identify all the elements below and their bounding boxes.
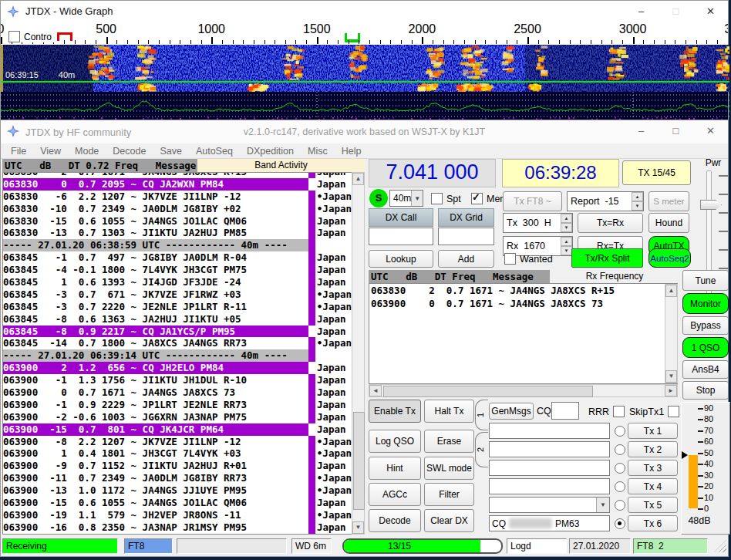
menu-decode[interactable]: Decode xyxy=(106,143,153,159)
decode-button[interactable]: Decode xyxy=(369,509,421,532)
scroll-down-icon[interactable]: ▼ xyxy=(352,521,364,534)
resize-grip[interactable] xyxy=(714,540,726,552)
scroll-left-icon[interactable]: ◄ xyxy=(369,385,382,396)
tx5-radio[interactable] xyxy=(615,500,625,511)
spinner-arrows[interactable]: ▲▼ xyxy=(632,192,643,211)
decode-row[interactable]: 063845 -3 0.7 2220 ~ JE2NLE JP1LRT R-11J… xyxy=(3,301,352,313)
decode-row[interactable]: 063900 -1 0.9 2229 ~ JP1LRT JE2NLE RR73J… xyxy=(3,399,352,411)
decode-separator-row[interactable]: ----- 27.01.20 06:39:14 UTC ------------… xyxy=(3,349,352,362)
decode-row[interactable]: 063845 -4 -0.1 1800 ~ 7L4VYK JH3CGT PM75… xyxy=(3,264,352,276)
filter-button[interactable]: Filter xyxy=(424,483,474,506)
controls-checkbox[interactable]: Contro xyxy=(8,31,55,42)
decode-row[interactable]: 063900 1 0.4 1801 ~ JH3CGT 7L4VYK +03Jap… xyxy=(3,447,352,460)
lookup-button[interactable]: Lookup xyxy=(369,250,433,268)
tab-rx-frequency[interactable]: Rx Frequency xyxy=(550,270,679,283)
hint-button[interactable]: Hint xyxy=(369,457,421,480)
tx1-message-field[interactable] xyxy=(489,423,610,439)
tx6-button[interactable]: Tx 6 xyxy=(628,515,678,531)
decode-row[interactable]: 063830 -13 0.7 1303 ~ JI1KTU JA2HUJ PM85… xyxy=(3,227,352,239)
waterfall-display[interactable]: 06:39:15 40m xyxy=(1,45,728,92)
decode-row[interactable]: 063900 -2 -0.6 1003 ~ JG6XRN JA3NAP PM75… xyxy=(3,411,352,423)
decode-row[interactable]: 063900 -1 1.3 1756 ~ JI1KTU JH1DUL R-10J… xyxy=(3,374,352,386)
tx4-button[interactable]: Tx 4 xyxy=(628,478,678,494)
tx2-message-field[interactable] xyxy=(489,441,610,457)
maximize-icon[interactable]: □ xyxy=(659,120,693,142)
decode-row[interactable]: 063900 -13 1.0 1172 ~ JA4NGS JJ1UYE PM95… xyxy=(3,484,352,497)
stop-button[interactable]: Stop xyxy=(682,381,729,400)
halt-tx-button[interactable]: Halt Tx xyxy=(424,400,474,423)
dx-grid-input[interactable] xyxy=(438,228,494,245)
erase-button[interactable]: Erase xyxy=(424,430,474,453)
decode-row[interactable]: 063830 -15 0.6 1055 ~ JA4NGS JO1LAC QM06… xyxy=(3,215,352,228)
decode-row[interactable]: 063845 -8 0.9 2217 ~ CQ JA1YCS/P PM95Jap… xyxy=(3,326,352,338)
tx1-button[interactable]: Tx 1 xyxy=(628,423,678,439)
tx6-radio[interactable] xyxy=(615,518,625,529)
menu-misc[interactable]: Misc xyxy=(301,143,335,159)
menu-mode[interactable]: Mode xyxy=(68,143,106,159)
decode-row[interactable]: 063845 -8 0.6 1363 ~ JA2HUJ JI1KTU +05Ja… xyxy=(3,313,352,326)
tx2-radio[interactable] xyxy=(615,444,625,455)
decode-row[interactable]: 063900 -16 0.8 2350 ~ JA3NAP JR1MSY PM95… xyxy=(3,521,352,534)
tx6-message-field[interactable]: CQPM63 xyxy=(489,515,610,531)
s-meter-button[interactable]: S meter xyxy=(648,191,689,211)
decode-row[interactable]: 063845 -3 0.7 671 ~ JK7VZE JF1RWZ +03Jap… xyxy=(3,288,352,301)
decode-row[interactable]: 063900 -8 2.2 1207 ~ JK7VZE JI1LNP -12Ja… xyxy=(3,436,352,448)
decode-row[interactable]: 063845 1 0.6 1393 ~ JI4JGD JF3JDE -24Jap… xyxy=(3,276,352,288)
wanted-checkbox-box[interactable] xyxy=(504,253,516,265)
spt-checkbox-box[interactable] xyxy=(431,193,443,204)
decode-row[interactable]: 063900 -15 0.7 801 ~ CQ JK4JCR PM64Japan xyxy=(3,423,352,436)
minimize-icon[interactable]: – xyxy=(624,1,659,22)
band-activity-scrollbar[interactable]: ▲ ▼ xyxy=(352,172,365,535)
spinner-arrows[interactable]: ▲▼ xyxy=(561,237,572,255)
chevron-down-icon[interactable]: ▼ xyxy=(596,498,609,512)
band-select[interactable]: 40m ▼ xyxy=(389,190,423,207)
ansb4-button[interactable]: AnsB4 xyxy=(682,360,729,379)
tx-offset-spinner[interactable]: Tx 300 H ▲▼ xyxy=(503,213,573,233)
decode-row[interactable]: 063900 -19 1.1 579 ~ JH2VEP JR8ONS -11Ja… xyxy=(3,509,352,521)
rx-decode-row[interactable]: 063830 2 0.7 1671 ~ JA4NGS JA8XCS R+15 xyxy=(369,284,677,297)
dx-call-input[interactable] xyxy=(369,228,433,245)
close-icon[interactable]: ✕ xyxy=(693,1,728,22)
clear-dx-button[interactable]: Clear DX xyxy=(424,509,474,532)
menu-save[interactable]: Save xyxy=(153,143,189,159)
wanted-checkbox[interactable]: Wanted xyxy=(504,253,553,265)
tx4-message-field[interactable] xyxy=(489,478,610,494)
swl-mode-button[interactable]: SWL mode xyxy=(424,457,474,480)
rx-table-scrollbar[interactable]: ▲ ▼ xyxy=(665,284,678,383)
tx-mode-button[interactable]: Tx FT8 ~ xyxy=(503,191,562,211)
report-spinner[interactable]: Report -15 ▲▼ xyxy=(567,191,644,211)
decode-row[interactable]: 063830 -6 2.2 1207 ~ JK7VZE JI1LNP -12Ja… xyxy=(3,191,352,203)
scrollbar-thumb[interactable] xyxy=(383,386,593,397)
decode-row[interactable]: 063900 -15 0.6 1055 ~ JA4NGS JO1LAC QM06… xyxy=(3,497,352,509)
genmsgs-button[interactable]: GenMsgs xyxy=(489,403,534,420)
menu-help[interactable]: Help xyxy=(335,143,369,159)
decode-separator-row[interactable]: ----- 27.01.20 06:38:59 UTC ------------… xyxy=(3,239,352,251)
pwr-slider-handle[interactable] xyxy=(700,200,722,210)
menu-autoseq[interactable]: AutoSeq xyxy=(189,143,240,159)
cq-input[interactable] xyxy=(551,402,579,420)
rx-table-hscrollbar[interactable]: ◄ ► xyxy=(369,384,678,397)
tune-button[interactable]: Tune xyxy=(682,270,729,291)
rx-frequency-table[interactable]: 063830 2 0.7 1671 ~ JA4NGS JA8XCS R+1506… xyxy=(369,283,678,384)
tx3-button[interactable]: Tx 3 xyxy=(628,460,678,476)
menu-dxpedition[interactable]: DXpedition xyxy=(240,143,301,159)
add-button[interactable]: Add xyxy=(438,250,494,268)
tab-band-activity[interactable]: Band Activity xyxy=(197,159,365,172)
hound-button[interactable]: Hound xyxy=(648,213,689,233)
1-qso-button[interactable]: 1 QSO xyxy=(682,337,729,358)
scroll-down-icon[interactable]: ▼ xyxy=(665,370,677,383)
tx5-button[interactable]: Tx 5 xyxy=(628,497,678,513)
rrr-checkbox[interactable]: RRR xyxy=(588,406,625,417)
decode-row[interactable]: 063900 -11 0.7 2349 ~ JA0DLM JG8IBY RR73… xyxy=(3,472,352,484)
tx4-radio[interactable] xyxy=(615,481,625,492)
scroll-right-icon[interactable]: ► xyxy=(665,385,677,396)
band-activity-table[interactable]: 063830 2 0.7 1671 ~ JA4NGS JA8XCS R+15Ja… xyxy=(2,172,352,535)
decode-row[interactable]: 063900 0 0.7 1671 ~ JA4NGS JA8XCS 73Japa… xyxy=(3,386,352,399)
decode-row[interactable]: 063900 2 1.2 656 ~ CQ JH2ELO PM84Japan xyxy=(3,362,352,374)
decode-row[interactable]: 063830 0 0.7 2095 ~ CQ JA2WXN PM84Japan xyxy=(3,178,352,191)
tx2-button[interactable]: Tx 2 xyxy=(628,441,678,457)
controls-checkbox-box[interactable] xyxy=(8,31,20,42)
tab-message-set-1[interactable]: 1 xyxy=(475,400,488,430)
tx3-message-field[interactable] xyxy=(489,460,610,476)
spectrum-plot[interactable] xyxy=(1,92,728,120)
